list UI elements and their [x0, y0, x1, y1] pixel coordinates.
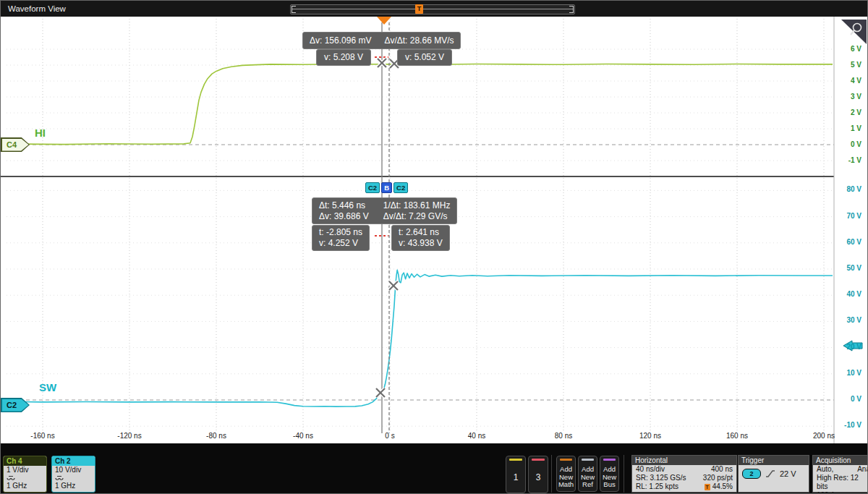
toolbar-separator — [551, 455, 552, 493]
bottom-scale-label: -10 V — [831, 421, 861, 429]
top-scale-label: 1 V — [831, 124, 861, 132]
top-scale-label: 0 V — [831, 140, 861, 148]
time-axis-label: 200 ns — [804, 432, 844, 440]
slot-3-label: 3 — [529, 472, 548, 482]
time-axis-label: 120 ns — [630, 432, 671, 440]
cursor-b-source-badge[interactable]: C2 — [393, 182, 408, 193]
record-length: RL: 1.25 kpts — [636, 482, 678, 491]
inverse-delta-t-value: 1/Δt: 183.61 MHz — [383, 200, 451, 210]
cursor-both-badge[interactable]: B — [381, 182, 392, 193]
trigger-position-icon: T — [705, 484, 710, 490]
add-new-ref-button[interactable]: Add New Ref — [578, 456, 597, 492]
horizontal-scale: 40 ns/div — [636, 465, 665, 474]
cursor-a-source-badge[interactable]: C2 — [365, 182, 380, 193]
sample-resolution: 320 ps/pt — [703, 474, 733, 482]
oscilloscope-screen: Waveform View T 6 V5 V4 V3 V2 V1 V0 V-1 … — [0, 0, 868, 494]
horizontal-window: 400 ns — [711, 465, 733, 474]
time-axis-label: 160 ns — [717, 432, 757, 440]
top-scale-label: 6 V — [831, 45, 861, 53]
slot-1-label: 1 — [506, 472, 525, 482]
cursor-b-time: t: 2.641 ns — [399, 227, 443, 238]
channel-2-scale: 10 V/div — [52, 466, 95, 474]
window-title-bar: Waveform View T — [1, 1, 868, 17]
cursor-b-readout-top[interactable]: v: 5.052 V — [397, 49, 452, 66]
bus-color-stripe — [603, 459, 616, 461]
cursor-a-time: t: -2.805 ns — [319, 227, 362, 238]
bottom-scale-label: 0 V — [831, 395, 861, 403]
c4-hi-waveform — [21, 64, 833, 145]
badge-label: C4 — [1, 137, 22, 152]
section-divider — [1, 176, 834, 177]
probe-icon — [52, 474, 95, 482]
time-axis-label: -160 ns — [22, 432, 63, 440]
add-new-math-button[interactable]: Add New Math — [556, 456, 576, 492]
bottom-scale-label: 80 V — [831, 185, 861, 193]
rising-edge-icon — [765, 469, 775, 478]
slew-rate-value: Δv/Δt: 28.66 MV/s — [384, 35, 454, 46]
top-scale-label: 2 V — [831, 108, 861, 116]
waveform-graticule[interactable]: 6 V5 V4 V3 V2 V1 V0 V-1 V 80 V70 V60 V50… — [1, 17, 868, 443]
trigger-panel-title: Trigger — [739, 456, 809, 465]
acquisition-settings-panel[interactable]: Acquisition Auto, Ana High Res: 12 bits … — [812, 455, 868, 493]
channel-4-card[interactable]: Ch 4 1 V/div 1 GHz — [3, 456, 47, 493]
trigger-settings-panel[interactable]: Trigger 2 22 V — [738, 455, 809, 493]
acquisition-detail: High Res: 12 bits — [817, 474, 868, 491]
time-axis-label: -80 ns — [196, 432, 237, 440]
add-new-bus-button[interactable]: Add New Bus — [600, 456, 619, 492]
window-title: Waveform View — [8, 1, 66, 17]
trace-label-hi[interactable]: HI — [35, 127, 46, 139]
horizontal-settings-panel[interactable]: Horizontal 40 ns/div 400 ns SR: 3.125 GS… — [631, 455, 737, 493]
cursor-a-voltage: v: 4.252 V — [319, 238, 362, 249]
slew-rate-value: Δv/Δt: 7.29 GV/s — [383, 211, 451, 221]
sample-rate: SR: 3.125 GS/s — [636, 474, 686, 482]
probe-icon — [4, 474, 46, 482]
acquisition-panel-title: Acquisition — [813, 456, 868, 465]
cursor-a-readout-bottom[interactable]: t: -2.805 ns v: 4.252 V — [312, 225, 370, 251]
bottom-scale-label: 40 V — [831, 290, 861, 298]
c2-sw-waveform — [21, 270, 833, 406]
delta-v-value: Δv: 39.686 V — [319, 211, 369, 221]
cursor-delta-readout-top[interactable]: Δv: 156.096 mV Δv/Δt: 28.66 MV/s — [302, 32, 461, 49]
acquisition-mode: Auto, — [817, 465, 833, 474]
add-math-label: Add New Math — [558, 465, 574, 488]
bottom-scale-label: 60 V — [831, 238, 861, 246]
waveform-slot-3-button[interactable]: 3 — [528, 456, 548, 493]
waveform-slot-1-button[interactable]: 1 — [506, 456, 526, 493]
channel-4-name: Ch 4 — [4, 456, 46, 466]
trigger-position-marker-icon[interactable]: T — [415, 4, 423, 14]
settings-bar: Ch 4 1 V/div 1 GHz Ch 2 10 V/div 1 GHz 1… — [1, 443, 868, 494]
channel-4-scale: 1 V/div — [4, 466, 46, 474]
cursor-a-readout-top[interactable]: v: 5.208 V — [316, 49, 371, 66]
cursor-b-readout-bottom[interactable]: t: 2.641 ns v: 43.938 V — [391, 225, 450, 251]
add-ref-label: Add New Ref — [581, 465, 595, 488]
horizontal-position-bar[interactable]: T — [290, 4, 575, 14]
time-axis-label: -40 ns — [283, 432, 323, 440]
trace-label-sw[interactable]: SW — [39, 381, 56, 393]
acquisition-count: 109 Acqs — [817, 491, 846, 494]
bottom-scale-label: 30 V — [831, 316, 861, 324]
channel-badge-c4[interactable]: C4 — [1, 137, 30, 152]
cursor-source-badges[interactable]: C2 B C2 — [365, 182, 408, 193]
time-axis-label: -120 ns — [109, 432, 150, 440]
bottom-scale-label: 50 V — [831, 264, 861, 272]
cursor-delta-readout-bottom[interactable]: Δt: 5.446 ns 1/Δt: 183.61 MHz Δv: 39.686… — [312, 197, 457, 224]
top-scale-label: 3 V — [831, 93, 861, 101]
trigger-position-value: T44.5% — [705, 482, 733, 491]
channel-badge-c2[interactable]: C2 — [1, 398, 30, 412]
toolbar-separator — [624, 455, 624, 493]
badge-label: C2 — [1, 398, 22, 412]
delta-v-value: Δv: 156.096 mV — [310, 35, 371, 46]
top-scale-label: 4 V — [831, 77, 861, 85]
bottom-scale-label: 10 V — [831, 369, 861, 377]
slot-3-color-stripe — [532, 459, 545, 461]
trigger-source-badge[interactable]: 2 — [742, 469, 761, 479]
channel-2-card[interactable]: Ch 2 10 V/div 1 GHz — [51, 456, 95, 493]
trigger-level-value: 22 V — [780, 469, 796, 478]
delta-t-value: Δt: 5.446 ns — [319, 200, 369, 210]
slot-1-color-stripe — [509, 459, 522, 461]
cursor-b-voltage: v: 43.938 V — [399, 238, 443, 249]
channel-4-bandwidth: 1 GHz — [4, 482, 46, 490]
acquisition-mode-clipped: Ana — [857, 465, 868, 474]
horizontal-panel-title: Horizontal — [632, 456, 736, 465]
math-color-stripe — [560, 459, 572, 461]
